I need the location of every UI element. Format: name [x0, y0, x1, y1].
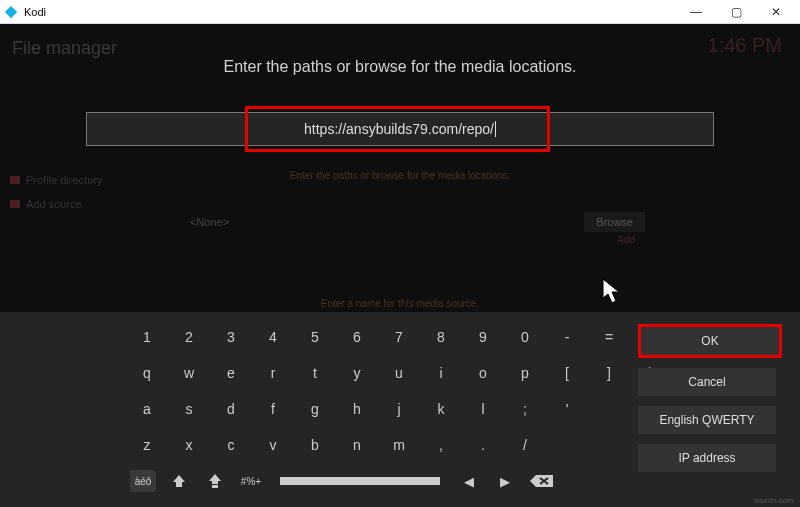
key-b[interactable]: b — [308, 437, 322, 453]
key-3[interactable]: 3 — [224, 329, 238, 345]
key-v[interactable]: v — [266, 437, 280, 453]
key-shift[interactable] — [166, 470, 192, 492]
key-space[interactable] — [280, 477, 440, 485]
watermark: wsxdn.com — [754, 496, 794, 505]
key-z[interactable]: z — [140, 437, 154, 453]
bg-browse-button: Browse — [584, 212, 645, 232]
bg-enter-name-label: Enter a name for this media source. — [321, 298, 479, 309]
bg-sidebar: Profile directory Add source — [10, 174, 102, 222]
bg-add-button: Add — [617, 234, 635, 245]
keyboard-side-buttons: OK Cancel English QWERTY IP address — [638, 324, 782, 472]
key-semicolon[interactable]: ; — [518, 401, 532, 417]
key-a[interactable]: a — [140, 401, 154, 417]
window-title: Kodi — [24, 6, 676, 18]
keyboard-row-5: àéô #%+ ◀ ▶ — [130, 470, 658, 492]
window-titlebar: Kodi — ▢ ✕ — [0, 0, 800, 24]
key-9[interactable]: 9 — [476, 329, 490, 345]
keyboard-row-2: q w e r t y u i o p [ ] \ — [140, 362, 658, 384]
key-1[interactable]: 1 — [140, 329, 154, 345]
key-minus[interactable]: - — [560, 329, 574, 345]
key-f[interactable]: f — [266, 401, 280, 417]
key-period[interactable]: . — [476, 437, 490, 453]
key-symbols[interactable]: #%+ — [238, 470, 264, 492]
key-6[interactable]: 6 — [350, 329, 364, 345]
keyboard-row-4: z x c v b n m , . / — [140, 434, 658, 456]
key-x[interactable]: x — [182, 437, 196, 453]
bg-none-path: <None> — [190, 216, 229, 228]
key-h[interactable]: h — [350, 401, 364, 417]
key-rbracket[interactable]: ] — [602, 365, 616, 381]
key-left[interactable]: ◀ — [456, 470, 482, 492]
keyboard-row-3: a s d f g h j k l ; ' — [140, 398, 658, 420]
bg-instruction: Enter the paths or browse for the media … — [290, 170, 511, 181]
bg-clock: 1:46 PM — [708, 34, 782, 57]
key-i[interactable]: i — [434, 365, 448, 381]
key-j[interactable]: j — [392, 401, 406, 417]
key-8[interactable]: 8 — [434, 329, 448, 345]
key-apostrophe[interactable]: ' — [560, 401, 574, 417]
ip-address-button[interactable]: IP address — [638, 444, 776, 472]
key-y[interactable]: y — [350, 365, 364, 381]
dialog-title: Enter the paths or browse for the media … — [223, 58, 576, 76]
close-button[interactable]: ✕ — [756, 1, 796, 23]
bg-file-manager-title: File manager — [12, 38, 117, 59]
key-k[interactable]: k — [434, 401, 448, 417]
key-u[interactable]: u — [392, 365, 406, 381]
key-s[interactable]: s — [182, 401, 196, 417]
cancel-button[interactable]: Cancel — [638, 368, 776, 396]
key-c[interactable]: c — [224, 437, 238, 453]
key-o[interactable]: o — [476, 365, 490, 381]
key-5[interactable]: 5 — [308, 329, 322, 345]
key-m[interactable]: m — [392, 437, 406, 453]
layout-button[interactable]: English QWERTY — [638, 406, 776, 434]
key-2[interactable]: 2 — [182, 329, 196, 345]
key-r[interactable]: r — [266, 365, 280, 381]
annotation-highlight-ok: OK — [638, 324, 782, 358]
app-body: File manager 1:46 PM Profile directory A… — [0, 24, 800, 507]
minimize-button[interactable]: — — [676, 1, 716, 23]
keyboard-row-1: 1 2 3 4 5 6 7 8 9 0 - = ` — [140, 326, 658, 348]
annotation-highlight-input — [245, 106, 550, 152]
key-4[interactable]: 4 — [266, 329, 280, 345]
key-e[interactable]: e — [224, 365, 238, 381]
key-equals[interactable]: = — [602, 329, 616, 345]
key-d[interactable]: d — [224, 401, 238, 417]
key-accents[interactable]: àéô — [130, 470, 156, 492]
key-q[interactable]: q — [140, 365, 154, 381]
key-lbracket[interactable]: [ — [560, 365, 574, 381]
key-t[interactable]: t — [308, 365, 322, 381]
key-slash[interactable]: / — [518, 437, 532, 453]
window-controls: — ▢ ✕ — [676, 1, 796, 23]
key-0[interactable]: 0 — [518, 329, 532, 345]
ok-button[interactable]: OK — [641, 327, 779, 355]
key-p[interactable]: p — [518, 365, 532, 381]
maximize-button[interactable]: ▢ — [716, 1, 756, 23]
key-backspace[interactable] — [528, 472, 556, 490]
onscreen-keyboard: 1 2 3 4 5 6 7 8 9 0 - = ` q w e r t y — [0, 312, 800, 507]
app-icon — [4, 5, 18, 19]
svg-marker-0 — [5, 5, 17, 17]
key-n[interactable]: n — [350, 437, 364, 453]
key-right[interactable]: ▶ — [492, 470, 518, 492]
folder-icon — [10, 200, 20, 208]
key-caps[interactable] — [202, 470, 228, 492]
key-w[interactable]: w — [182, 365, 196, 381]
key-7[interactable]: 7 — [392, 329, 406, 345]
key-g[interactable]: g — [308, 401, 322, 417]
key-l[interactable]: l — [476, 401, 490, 417]
key-comma[interactable]: , — [434, 437, 448, 453]
folder-icon — [10, 176, 20, 184]
